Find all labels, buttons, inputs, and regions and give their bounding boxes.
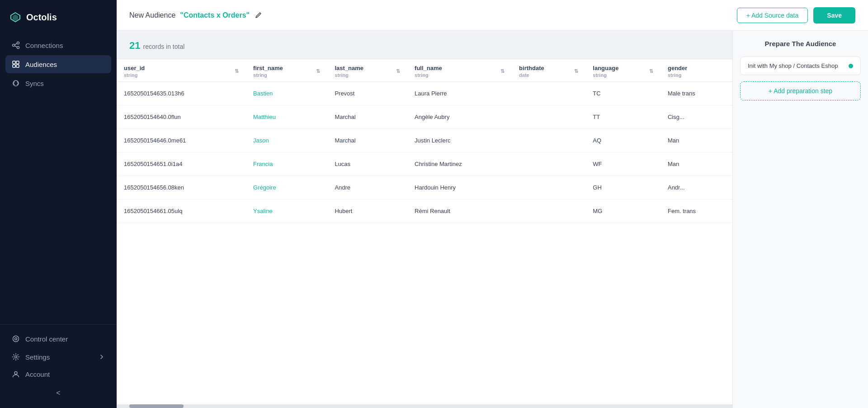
table-cell: 1652050154646.0me61 xyxy=(117,129,246,152)
svg-point-1 xyxy=(17,42,19,44)
table-cell: 1652050154640.0flun xyxy=(117,105,246,129)
table-cell xyxy=(512,199,585,223)
sidebar-item-settings[interactable]: Settings xyxy=(5,348,111,365)
col-header-first_name[interactable]: first_name string ⇅ xyxy=(246,59,327,82)
svg-rect-5 xyxy=(13,61,15,64)
sidebar-item-account[interactable]: Account xyxy=(5,365,111,383)
step-indicator-dot xyxy=(849,64,853,68)
octolis-logo-icon xyxy=(9,11,22,24)
table-cell xyxy=(512,152,585,176)
control-center-label: Control center xyxy=(25,335,68,343)
table-cell: 1652050154635.013h6 xyxy=(117,82,246,105)
svg-point-11 xyxy=(15,356,17,358)
table-cell xyxy=(512,176,585,199)
table-cell: TT xyxy=(585,105,660,129)
table-cell: Male trans xyxy=(660,82,732,105)
table-area: 21 records in total user_id string xyxy=(117,31,732,408)
connections-icon xyxy=(12,41,20,49)
col-header-birthdate[interactable]: birthdate date ⇅ xyxy=(512,59,585,82)
table-row: 1652050154640.0flunMatthieuMarchalAngèle… xyxy=(117,105,732,129)
sidebar-collapse-button[interactable]: < xyxy=(5,384,111,403)
header: New Audience "Contacts x Orders" + Add S… xyxy=(117,0,868,31)
svg-point-0 xyxy=(13,44,15,47)
add-source-button[interactable]: + Add Source data xyxy=(737,8,808,23)
panel-title: Prepare The Audience xyxy=(740,40,861,47)
edit-icon[interactable] xyxy=(254,11,262,19)
table-cell: Fem. trans xyxy=(660,199,732,223)
sidebar-bottom: Control center Settings Account < xyxy=(0,324,117,408)
table-row: 1652050154646.0me61JasonMarchalJustin Le… xyxy=(117,129,732,152)
table-row: 1652050154651.0i1a4FranciaLucasChristine… xyxy=(117,152,732,176)
scrollbar-thumb[interactable] xyxy=(129,404,184,408)
col-header-language[interactable]: language string ⇅ xyxy=(585,59,660,82)
col-header-last_name[interactable]: last_name string ⇅ xyxy=(327,59,407,82)
records-label: records in total xyxy=(143,43,184,50)
col-header-gender[interactable]: gender string xyxy=(660,59,732,82)
audiences-icon xyxy=(12,60,20,68)
save-button[interactable]: Save xyxy=(813,7,855,24)
sidebar-item-syncs[interactable]: Syncs xyxy=(5,74,111,92)
sort-icon-last_name[interactable]: ⇅ xyxy=(396,68,400,74)
table-cell: Jason xyxy=(246,129,327,152)
settings-label: Settings xyxy=(25,353,50,361)
account-icon xyxy=(12,370,20,378)
table-cell: WF xyxy=(585,152,660,176)
sidebar: Octolis Connections Audiences xyxy=(0,0,117,408)
table-cell xyxy=(512,82,585,105)
svg-line-3 xyxy=(15,43,17,45)
sort-icon-birthdate[interactable]: ⇅ xyxy=(574,68,578,74)
init-step[interactable]: Init with My shop / Contacts Eshop xyxy=(740,57,861,75)
syncs-label: Syncs xyxy=(25,80,44,87)
sort-icon-first_name[interactable]: ⇅ xyxy=(316,68,320,74)
syncs-icon xyxy=(12,79,20,87)
init-step-label: Init with My shop / Contacts Eshop xyxy=(748,62,838,69)
table-cell: 1652050154656.08ken xyxy=(117,176,246,199)
sort-icon-user_id[interactable]: ⇅ xyxy=(235,68,239,74)
table-cell: Man xyxy=(660,152,732,176)
table-header-row: user_id string ⇅ first_name xyxy=(117,59,732,82)
add-preparation-step-button[interactable]: + Add preparation step xyxy=(740,81,861,100)
table-cell: Grégoire xyxy=(246,176,327,199)
table-cell: AQ xyxy=(585,129,660,152)
audiences-label: Audiences xyxy=(25,61,57,68)
right-panel: Prepare The Audience Init with My shop /… xyxy=(732,31,868,408)
table-cell: Justin Leclerc xyxy=(407,129,512,152)
table-body: 1652050154635.013h6BastienPrevostLaura P… xyxy=(117,82,732,223)
logo-text: Octolis xyxy=(26,12,57,23)
table-cell: Matthieu xyxy=(246,105,327,129)
data-table-wrapper: user_id string ⇅ first_name xyxy=(117,59,732,404)
table-cell: Marchal xyxy=(327,105,407,129)
table-cell: Cisg... xyxy=(660,105,732,129)
svg-point-12 xyxy=(14,372,17,375)
table-cell: MG xyxy=(585,199,660,223)
table-cell: Bastien xyxy=(246,82,327,105)
title-accent: "Contacts x Orders" xyxy=(180,11,250,19)
table-cell: TC xyxy=(585,82,660,105)
table-cell: Lucas xyxy=(327,152,407,176)
table-cell: Laura Pierre xyxy=(407,82,512,105)
sidebar-item-connections[interactable]: Connections xyxy=(5,36,111,54)
sidebar-item-control-center[interactable]: Control center xyxy=(5,330,111,347)
svg-point-2 xyxy=(17,47,19,49)
sidebar-nav: Connections Audiences Syncs xyxy=(0,33,117,324)
sort-icon-language[interactable]: ⇅ xyxy=(649,68,653,74)
records-number: 21 xyxy=(129,40,140,52)
table-scrollbar[interactable] xyxy=(117,404,732,408)
data-table: user_id string ⇅ first_name xyxy=(117,59,732,223)
records-count: 21 records in total xyxy=(117,40,732,59)
table-row: 1652050154656.08kenGrégoireAndreHardouin… xyxy=(117,176,732,199)
col-header-full_name[interactable]: full_name string ⇅ xyxy=(407,59,512,82)
control-center-icon xyxy=(12,335,20,343)
col-header-user_id[interactable]: user_id string ⇅ xyxy=(117,59,246,82)
title-prefix: New Audience xyxy=(129,11,175,19)
content-area: 21 records in total user_id string xyxy=(117,31,868,408)
table-cell: Hardouin Henry xyxy=(407,176,512,199)
table-cell xyxy=(512,129,585,152)
table-row: 1652050154661.05ulqYsalineHubertRémi Ren… xyxy=(117,199,732,223)
sidebar-item-audiences[interactable]: Audiences xyxy=(5,55,111,73)
svg-rect-8 xyxy=(16,65,19,67)
account-label: Account xyxy=(25,370,50,378)
chevron-right-icon xyxy=(99,354,105,360)
sort-icon-full_name[interactable]: ⇅ xyxy=(500,68,505,74)
svg-point-9 xyxy=(13,336,19,342)
